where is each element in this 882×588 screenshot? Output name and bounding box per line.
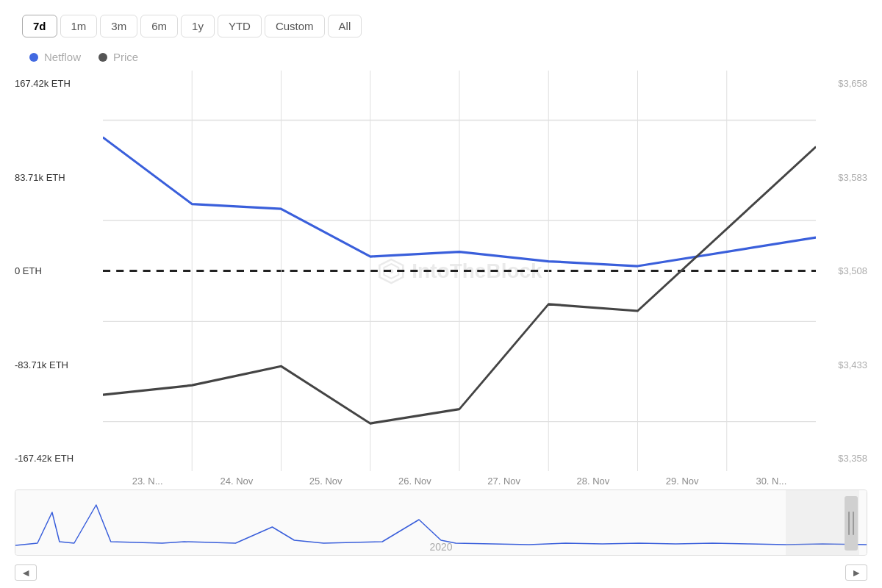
y-label-left: -83.71k ETH	[15, 359, 103, 370]
chart-legend: Netflow Price	[15, 51, 867, 63]
page-container: 7d1m3m6m1yYTDCustomAll Netflow Price 167…	[0, 0, 882, 588]
y-label-left: 0 ETH	[15, 265, 103, 276]
y-label-left: -167.42k ETH	[15, 453, 103, 464]
time-range-bar: 7d1m3m6m1yYTDCustomAll	[15, 15, 867, 37]
y-label-right: $3,358	[816, 453, 867, 464]
time-btn-3m[interactable]: 3m	[100, 15, 137, 37]
x-axis: 23. N...24. Nov25. Nov26. Nov27. Nov28. …	[103, 471, 816, 490]
navigator: 2020	[15, 490, 867, 556]
x-label: 26. Nov	[370, 476, 459, 487]
x-label: 27. Nov	[459, 476, 548, 487]
svg-text:2020: 2020	[429, 541, 452, 553]
netflow-label: Netflow	[44, 51, 81, 63]
legend-netflow: Netflow	[29, 51, 81, 63]
y-label-right: $3,508	[816, 265, 867, 276]
time-btn-all[interactable]: All	[328, 15, 362, 37]
time-btn-1m[interactable]: 1m	[60, 15, 98, 37]
price-dot	[98, 53, 107, 62]
y-axis-right: $3,658$3,583$3,508$3,433$3,358	[816, 71, 867, 471]
nav-arrows: ◀ ▶	[15, 564, 867, 581]
svg-rect-18	[845, 496, 858, 551]
y-label-right: $3,658	[816, 78, 867, 89]
x-label: 23. N...	[103, 476, 192, 487]
time-btn-7d[interactable]: 7d	[22, 15, 57, 37]
nav-arrow-left[interactable]: ◀	[15, 564, 37, 581]
nav-arrow-right[interactable]: ▶	[845, 564, 867, 581]
y-axis-left: 167.42k ETH83.71k ETH0 ETH-83.71k ETH-16…	[15, 71, 103, 471]
x-label: 28. Nov	[548, 476, 637, 487]
time-btn-custom[interactable]: Custom	[265, 15, 325, 37]
time-btn-ytd[interactable]: YTD	[218, 15, 262, 37]
x-label: 25. Nov	[282, 476, 370, 487]
chart-wrapper: 167.42k ETH83.71k ETH0 ETH-83.71k ETH-16…	[15, 71, 867, 581]
y-label-left: 83.71k ETH	[15, 172, 103, 183]
time-btn-6m[interactable]: 6m	[140, 15, 178, 37]
y-label-left: 167.42k ETH	[15, 78, 103, 89]
price-label: Price	[113, 51, 138, 63]
main-chart-area: 167.42k ETH83.71k ETH0 ETH-83.71k ETH-16…	[15, 71, 867, 471]
x-label: 29. Nov	[638, 476, 727, 487]
netflow-dot	[29, 53, 38, 62]
time-btn-1y[interactable]: 1y	[181, 15, 215, 37]
y-label-right: $3,583	[816, 172, 867, 183]
x-label: 30. N...	[727, 476, 816, 487]
x-label: 24. Nov	[192, 476, 281, 487]
chart-inner: IntoTheBlock	[103, 71, 816, 471]
y-label-right: $3,433	[816, 359, 867, 370]
legend-price: Price	[98, 51, 138, 63]
